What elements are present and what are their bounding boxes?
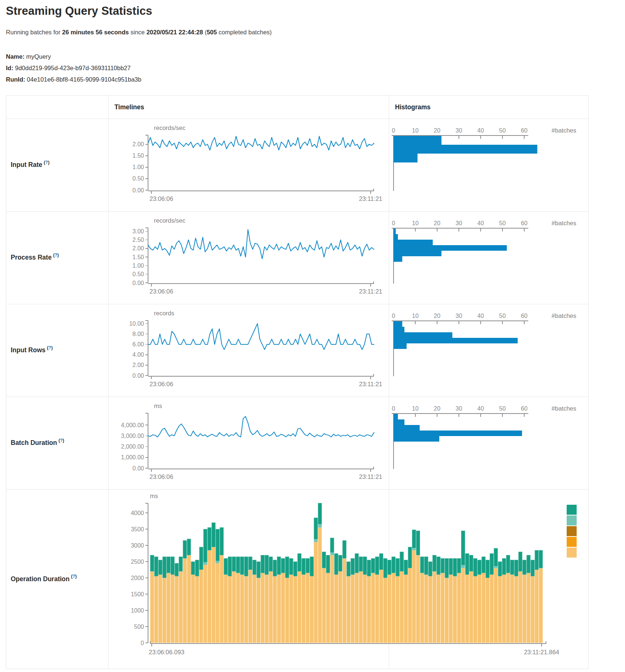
query-name: myQuery [26, 53, 51, 60]
stacked-bar-segment [400, 552, 403, 572]
batch-duration-timeline-chart: ms4,000.003,000.002,000.001,000.000.0023… [108, 397, 389, 489]
help-icon[interactable]: (?) [58, 438, 64, 443]
stacked-bar-segment [433, 555, 436, 571]
stacked-bar-segment [150, 555, 154, 571]
histogram-x-tick-label: 0 [392, 313, 395, 319]
histogram-bar [394, 332, 452, 338]
y-tick-label: 3.00 [133, 228, 144, 234]
stacked-bar-segment [232, 571, 236, 643]
help-icon[interactable]: (?) [47, 345, 52, 350]
batch-duration-timeline-svg: ms4,000.003,000.002,000.001,000.000.0023… [108, 397, 389, 489]
page-title: Streaming Query Statistics [6, 4, 152, 18]
streaming-query-statistics-page: Streaming Query Statistics Running batch… [0, 0, 625, 672]
histogram-bar [394, 338, 518, 343]
stacked-bar-segment [461, 565, 465, 568]
stacked-bar-segment [154, 576, 158, 643]
stacked-bar-segment [412, 550, 416, 643]
stacked-bar-segment [216, 563, 219, 643]
stacked-bar-segment [343, 541, 346, 558]
histogram-x-tick-label: 40 [477, 313, 484, 319]
input-rows-timeline-svg: records10.008.006.004.002.000.0023:06:06… [108, 304, 389, 397]
stacked-bar-segment [400, 571, 403, 643]
help-icon[interactable]: (?) [53, 253, 59, 258]
stacked-bar-segment [351, 558, 354, 575]
histogram-x-tick-label: 10 [412, 405, 419, 412]
stacked-bar-segment [437, 557, 440, 575]
stacked-bar-segment [478, 575, 481, 643]
operation-duration-stacked-chart: ms4000350030002500200015001000500023:06:… [6, 489, 588, 669]
stacked-bar-segment [519, 552, 522, 572]
stacked-bar-segment [310, 557, 313, 576]
histogram-x-tick-label: 60 [521, 127, 528, 134]
stacked-bar-segment [203, 565, 207, 643]
histogram-bar [394, 136, 442, 145]
stacked-bar-segment [322, 552, 326, 568]
stacked-bar-segment [212, 547, 215, 643]
stacked-bar-segment [216, 561, 219, 563]
stacked-bar-segment [343, 558, 346, 643]
y-tick-label: 2.50 [133, 237, 144, 243]
y-tick-label: 4000 [131, 510, 144, 516]
histogram-x-tick-label: 50 [499, 313, 506, 319]
histogram-bar [394, 245, 507, 251]
stacked-bar-segment [486, 560, 490, 578]
histogram-x-tick-label: 60 [521, 405, 528, 412]
y-tick-label: 0.50 [133, 271, 144, 277]
start-time: 2020/05/21 22:44:28 [147, 29, 203, 35]
stacked-bar-segment [253, 560, 256, 575]
stacked-bar-segment [302, 558, 305, 575]
stacked-bar-segment [527, 555, 530, 573]
stacked-bar-segment [269, 557, 272, 572]
stacked-bar-segment [363, 557, 367, 575]
batch-duration-row: Batch Duration(?) ms4,000.003,000.002,00… [6, 397, 588, 489]
stacked-bar-segment [441, 573, 444, 643]
y-tick-label: 6.00 [133, 341, 144, 347]
row-label-input-rows: Input Rows(?) [11, 304, 105, 397]
stacked-bar-segment [183, 558, 187, 643]
stacked-bar-segment [363, 575, 367, 643]
stacked-bar-segment [257, 562, 260, 578]
stacked-bar-segment [371, 573, 375, 643]
stacked-bar-segment [449, 558, 453, 575]
stacked-bar-segment [482, 573, 485, 643]
stacked-bar-segment [281, 558, 285, 573]
histogram-bar [394, 145, 537, 154]
unit-label: records/sec [154, 217, 185, 224]
histogram-bar [394, 240, 433, 245]
query-name-line: Name: myQuery [6, 53, 51, 60]
y-tick-label: 0.50 [133, 175, 144, 182]
stacked-bar-segment [535, 570, 539, 643]
input-rows-histogram-svg: 0102030405060#batches [389, 304, 588, 397]
stacked-bar-segment [228, 557, 232, 576]
stacked-bar-segment [461, 531, 465, 565]
stacked-bar-segment [478, 560, 481, 575]
stacked-bar-segment [212, 522, 215, 547]
stacked-bar-segment [502, 558, 506, 575]
histogram-x-tick-label: 40 [477, 405, 484, 412]
stacked-bar-segment [465, 575, 469, 643]
unit-label: ms [150, 493, 158, 499]
stacked-bar-segment [216, 529, 219, 561]
help-icon[interactable]: (?) [44, 160, 49, 165]
subtitle-prefix: Running batches for [6, 29, 62, 35]
histogram-x-tick-label: 0 [392, 127, 395, 134]
stacked-bar-segment [179, 557, 183, 572]
y-tick-label: 4.00 [133, 352, 144, 358]
stacked-bar-segment [162, 578, 166, 643]
histogram-x-tick-label: 60 [521, 220, 528, 226]
stacked-bar-segment [408, 568, 412, 643]
stacked-bar-segment [396, 576, 399, 643]
histogram-x-tick-label: 20 [434, 127, 440, 134]
stacked-bar-segment [224, 558, 228, 575]
stacked-bar-segment [457, 573, 461, 643]
histogram-x-tick-label: 40 [477, 127, 484, 134]
stacked-bar-segment [347, 576, 350, 643]
batches-axis-label: #batches [552, 220, 576, 226]
stacked-bar-segment [314, 539, 317, 542]
y-tick-label: 0 [141, 640, 144, 646]
query-runid-line: RunId: 04e101e6-8bf8-4165-9099-9104c951b… [6, 76, 141, 83]
input-rate-row: Input Rate(?) records/sec2.001.501.000.5… [6, 119, 588, 211]
stacked-bar-segment [248, 557, 252, 570]
stacked-bar-segment [158, 575, 162, 643]
stacked-bar-segment [220, 555, 223, 643]
